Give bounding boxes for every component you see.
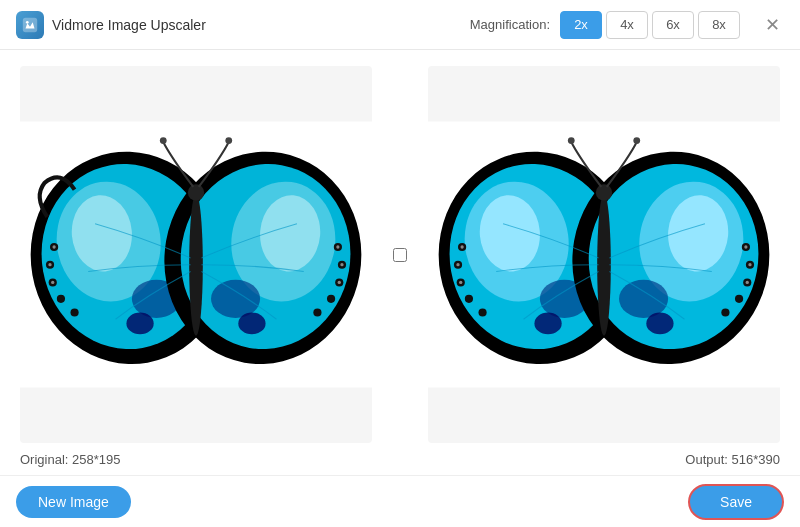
svg-point-29 <box>52 245 55 248</box>
svg-point-67 <box>746 281 749 284</box>
info-bar: Original: 258*195 Output: 516*390 <box>0 443 800 475</box>
svg-point-14 <box>238 312 265 334</box>
separator-col <box>388 66 412 443</box>
svg-point-56 <box>478 308 486 316</box>
svg-point-27 <box>327 295 335 303</box>
compare-checkbox[interactable] <box>393 248 407 262</box>
new-image-button[interactable]: New Image <box>16 486 131 518</box>
svg-point-46 <box>619 280 668 318</box>
mag-8x-button[interactable]: 8x <box>698 11 740 39</box>
svg-point-28 <box>313 308 321 316</box>
svg-point-22 <box>57 295 65 303</box>
svg-point-62 <box>460 245 463 248</box>
output-butterfly-image <box>428 66 780 443</box>
svg-rect-0 <box>23 17 37 31</box>
output-image-panel <box>428 66 780 443</box>
svg-point-32 <box>336 245 339 248</box>
save-button[interactable]: Save <box>688 484 784 520</box>
svg-point-16 <box>188 184 204 200</box>
app-icon <box>16 11 44 39</box>
svg-point-61 <box>721 308 729 316</box>
mag-2x-button[interactable]: 2x <box>560 11 602 39</box>
original-image-panel <box>20 66 372 443</box>
original-info: Original: 258*195 <box>20 452 120 467</box>
panels-row <box>0 50 800 443</box>
svg-point-17 <box>160 137 167 144</box>
svg-point-31 <box>51 281 54 284</box>
svg-point-1 <box>26 20 29 23</box>
svg-point-51 <box>633 137 640 144</box>
svg-point-15 <box>189 194 203 336</box>
svg-point-65 <box>744 245 747 248</box>
app-title: Vidmore Image Upscaler <box>52 17 206 33</box>
original-butterfly-image <box>20 66 372 443</box>
svg-point-47 <box>646 312 673 334</box>
svg-point-33 <box>340 263 343 266</box>
svg-point-66 <box>748 263 751 266</box>
svg-point-41 <box>534 312 561 334</box>
svg-point-18 <box>225 137 232 144</box>
svg-point-8 <box>126 312 153 334</box>
svg-point-13 <box>211 280 260 318</box>
svg-point-49 <box>596 184 612 200</box>
magnification-buttons: 2x 4x 6x 8x <box>560 11 740 39</box>
mag-6x-button[interactable]: 6x <box>652 11 694 39</box>
svg-point-48 <box>597 194 611 336</box>
magnification-label: Magnification: <box>470 17 550 32</box>
svg-point-34 <box>338 281 341 284</box>
svg-point-63 <box>456 263 459 266</box>
svg-point-30 <box>48 263 51 266</box>
mag-4x-button[interactable]: 4x <box>606 11 648 39</box>
output-info: Output: 516*390 <box>685 452 780 467</box>
title-bar: Vidmore Image Upscaler Magnification: 2x… <box>0 0 800 50</box>
svg-point-50 <box>568 137 575 144</box>
svg-point-55 <box>465 295 473 303</box>
svg-point-23 <box>70 308 78 316</box>
footer: New Image Save <box>0 475 800 527</box>
close-button[interactable]: ✕ <box>760 13 784 37</box>
svg-point-60 <box>735 295 743 303</box>
svg-point-64 <box>459 281 462 284</box>
